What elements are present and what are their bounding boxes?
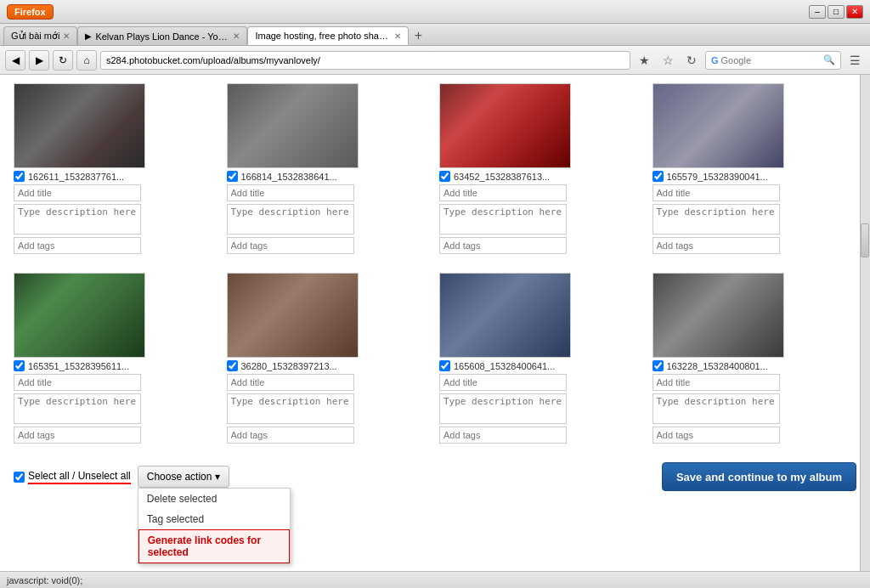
- browser-window: Firefox – □ ✕ Gửi bài mới ✕ ▶ Kelvan Pla…: [0, 0, 870, 588]
- photo-desc-8[interactable]: [652, 393, 780, 424]
- photo-item-6: 36280_15328397213...: [227, 273, 432, 444]
- photo-title-7[interactable]: [439, 374, 567, 391]
- page-inner: 162611_1532837761... 166814_1532838641..…: [0, 75, 870, 571]
- photo-checkbox-7[interactable]: [439, 360, 450, 371]
- title-bar-left: Firefox: [7, 4, 54, 20]
- tab-2-close[interactable]: ✕: [233, 31, 240, 41]
- tab-2[interactable]: ▶ Kelvan Plays Lion Dance - YouTube ✕: [77, 26, 247, 45]
- photo-tags-8[interactable]: [652, 427, 780, 444]
- select-all-row: Select all / Unselect all: [14, 470, 131, 484]
- save-continue-button[interactable]: Save and continue to my album: [662, 462, 856, 491]
- maximize-button[interactable]: □: [828, 5, 845, 19]
- photo-filename-5: 165351_15328395611...: [28, 361, 129, 371]
- photo-checkbox-row-6: 36280_15328397213...: [227, 360, 432, 371]
- close-button[interactable]: ✕: [846, 5, 863, 19]
- minimize-button[interactable]: –: [809, 5, 826, 19]
- photo-thumb-5: [14, 273, 145, 358]
- photo-title-6[interactable]: [227, 374, 354, 391]
- tab-3-label: Image hosting, free photo sharing &...: [255, 31, 391, 41]
- photo-tags-2[interactable]: [227, 237, 354, 254]
- generate-link-codes-item[interactable]: Generate link codes for selected: [138, 529, 290, 563]
- photo-desc-4[interactable]: [652, 204, 780, 235]
- photo-tags-1[interactable]: [14, 237, 141, 254]
- photo-filename-8: 163228_15328400801...: [667, 361, 768, 371]
- tab-1[interactable]: Gửi bài mới ✕: [3, 26, 77, 45]
- window-controls: – □ ✕: [809, 5, 863, 19]
- photo-title-1[interactable]: [14, 184, 141, 201]
- bookmark-star-icon[interactable]: ☆: [658, 50, 678, 71]
- search-bar-container: G 🔍: [705, 51, 841, 70]
- photo-item-3: 63452_15328387613...: [439, 83, 644, 254]
- reload-button[interactable]: ↻: [53, 50, 73, 71]
- photo-tags-7[interactable]: [439, 427, 567, 444]
- photo-item-7: 165608_15328400641...: [439, 273, 644, 444]
- photo-thumb-3: [439, 83, 571, 168]
- photo-desc-6[interactable]: [227, 393, 354, 424]
- photo-tags-3[interactable]: [439, 237, 567, 254]
- select-all-label: Select all / Unselect all: [28, 470, 131, 484]
- photo-thumb-8: [652, 273, 784, 358]
- search-input[interactable]: [721, 55, 823, 65]
- photo-tags-5[interactable]: [14, 427, 141, 444]
- photo-checkbox-row-3: 63452_15328387613...: [439, 171, 644, 182]
- photo-desc-5[interactable]: [14, 393, 141, 424]
- tab-2-label: Kelvan Plays Lion Dance - YouTube: [95, 31, 229, 42]
- delete-selected-item[interactable]: Delete selected: [138, 489, 290, 509]
- photo-checkbox-row-4: 165579_15328390041...: [652, 171, 857, 182]
- nav-bar: ◀ ▶ ↻ ⌂ ★ ☆ ↻ G 🔍 ☰: [0, 46, 870, 75]
- photo-tags-4[interactable]: [652, 237, 780, 254]
- tag-selected-item[interactable]: Tag selected: [138, 509, 290, 529]
- photo-title-5[interactable]: [14, 374, 141, 391]
- photo-checkbox-5[interactable]: [14, 360, 25, 371]
- address-bar[interactable]: [100, 51, 630, 70]
- photo-checkbox-1[interactable]: [14, 171, 25, 182]
- photo-checkbox-4[interactable]: [652, 171, 664, 182]
- photos-grid-row2: 165351_15328395611... 36280_15328397213.…: [14, 273, 856, 444]
- photo-checkbox-2[interactable]: [227, 171, 238, 182]
- tab-3[interactable]: Image hosting, free photo sharing &... ✕: [247, 26, 409, 45]
- photo-item-1: 162611_1532837761...: [14, 83, 218, 254]
- photo-checkbox-row-2: 166814_1532838641...: [227, 171, 432, 182]
- photo-filename-4: 165579_15328390041...: [667, 172, 768, 182]
- photo-desc-3[interactable]: [439, 204, 567, 235]
- photo-checkbox-3[interactable]: [439, 171, 450, 182]
- back-button[interactable]: ◀: [5, 50, 25, 71]
- photo-tags-6[interactable]: [227, 427, 354, 444]
- photo-desc-2[interactable]: [227, 204, 354, 235]
- home-button[interactable]: ⌂: [76, 50, 97, 71]
- photo-checkbox-8[interactable]: [652, 360, 664, 371]
- status-text: javascript: void(0);: [7, 575, 82, 585]
- scrollbar-track[interactable]: [860, 75, 870, 571]
- select-all-checkbox[interactable]: [14, 472, 25, 483]
- tab-2-icon: ▶: [85, 31, 92, 41]
- photo-filename-2: 166814_1532838641...: [241, 172, 337, 182]
- scrollbar-thumb[interactable]: [861, 223, 869, 257]
- menu-icon[interactable]: ☰: [845, 50, 865, 71]
- tab-1-close[interactable]: ✕: [63, 31, 70, 41]
- photo-item-4: 165579_15328390041...: [652, 83, 857, 254]
- dropdown-menu: Delete selected Tag selected Generate li…: [138, 488, 291, 564]
- photo-title-3[interactable]: [439, 184, 567, 201]
- new-tab-button[interactable]: +: [409, 26, 427, 45]
- photo-thumb-1: [14, 83, 145, 168]
- photo-desc-1[interactable]: [14, 204, 141, 235]
- status-bar: javascript: void(0);: [0, 571, 870, 588]
- photo-checkbox-6[interactable]: [227, 360, 238, 371]
- photo-checkbox-row-8: 163228_15328400801...: [652, 360, 857, 371]
- choose-action-button[interactable]: Choose action ▾: [138, 466, 229, 488]
- search-icon[interactable]: 🔍: [823, 54, 835, 65]
- photo-title-4[interactable]: [652, 184, 780, 201]
- photo-thumb-4: [652, 83, 784, 168]
- photo-filename-3: 63452_15328387613...: [454, 172, 550, 182]
- photo-item-5: 165351_15328395611...: [14, 273, 218, 444]
- photo-desc-7[interactable]: [439, 393, 567, 424]
- photo-item-2: 166814_1532838641...: [227, 83, 432, 254]
- bookmark-icon[interactable]: ★: [634, 50, 654, 71]
- refresh-icon[interactable]: ↻: [681, 50, 702, 71]
- forward-button[interactable]: ▶: [29, 50, 49, 71]
- tab-3-close[interactable]: ✕: [394, 31, 401, 41]
- photo-thumb-6: [227, 273, 359, 358]
- firefox-menu-button[interactable]: Firefox: [7, 4, 54, 20]
- photo-title-8[interactable]: [652, 374, 780, 391]
- photo-title-2[interactable]: [227, 184, 354, 201]
